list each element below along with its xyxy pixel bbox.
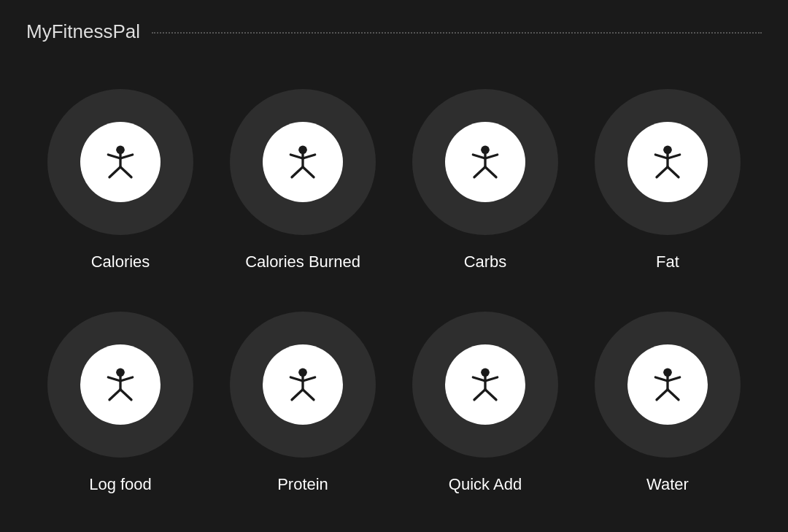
grid-item-protein[interactable]: Protein: [212, 299, 394, 507]
svg-line-35: [303, 389, 314, 399]
svg-point-0: [116, 146, 125, 155]
svg-point-6: [298, 146, 307, 155]
inner-circle-calories-burned: [263, 122, 343, 202]
outer-circle-carbs: [412, 89, 558, 235]
svg-point-30: [298, 368, 307, 377]
outer-circle-calories: [47, 89, 193, 235]
svg-line-40: [474, 389, 485, 399]
svg-line-3: [120, 155, 133, 158]
svg-line-20: [655, 155, 668, 158]
grid-item-calories[interactable]: Calories: [29, 77, 212, 285]
svg-line-10: [292, 167, 303, 177]
svg-line-39: [485, 377, 498, 381]
inner-circle-log-food: [80, 344, 161, 425]
grid-item-log-food[interactable]: Log food: [29, 299, 212, 507]
app-header: MyFitnessPal: [0, 0, 788, 55]
svg-point-42: [663, 368, 672, 377]
svg-line-4: [109, 167, 120, 177]
inner-circle-fat: [627, 122, 708, 202]
item-label-water: Water: [646, 475, 689, 494]
inner-circle-water: [627, 344, 708, 425]
svg-line-41: [485, 389, 496, 399]
item-label-fat: Fat: [656, 252, 679, 271]
svg-line-47: [668, 389, 679, 399]
outer-circle-calories-burned: [230, 89, 376, 235]
svg-line-28: [109, 389, 120, 399]
svg-line-32: [290, 377, 303, 381]
svg-line-38: [473, 377, 485, 381]
app-title: MyFitnessPal: [26, 20, 140, 43]
svg-point-12: [481, 146, 490, 155]
outer-circle-log-food: [47, 312, 193, 458]
inner-circle-quick-add: [445, 344, 525, 425]
outer-circle-water: [595, 312, 741, 458]
svg-line-16: [474, 167, 485, 177]
svg-line-9: [303, 155, 315, 158]
grid-item-fat[interactable]: Fat: [576, 77, 759, 285]
svg-line-21: [668, 155, 680, 158]
grid-item-water[interactable]: Water: [576, 299, 759, 507]
svg-line-27: [120, 377, 133, 381]
header-divider: [152, 32, 762, 34]
svg-point-36: [481, 368, 490, 377]
item-label-calories-burned: Calories Burned: [245, 252, 360, 271]
item-label-protein: Protein: [277, 475, 328, 494]
inner-circle-carbs: [445, 122, 525, 202]
svg-line-8: [290, 155, 303, 158]
item-label-carbs: Carbs: [464, 252, 507, 271]
svg-line-44: [655, 377, 668, 381]
inner-circle-calories: [80, 122, 161, 202]
grid-item-quick-add[interactable]: Quick Add: [394, 299, 576, 507]
svg-line-22: [657, 167, 668, 177]
grid-item-calories-burned[interactable]: Calories Burned: [212, 77, 394, 285]
svg-line-45: [668, 377, 680, 381]
grid-item-carbs[interactable]: Carbs: [394, 77, 576, 285]
svg-line-46: [657, 389, 668, 399]
svg-line-15: [485, 155, 498, 158]
svg-line-29: [120, 389, 131, 399]
svg-line-2: [108, 155, 120, 158]
svg-line-34: [292, 389, 303, 399]
outer-circle-fat: [595, 89, 741, 235]
shortcuts-grid: Calories Calories Burned: [0, 55, 788, 528]
item-label-quick-add: Quick Add: [449, 475, 522, 494]
svg-line-14: [473, 155, 485, 158]
svg-line-33: [303, 377, 315, 381]
svg-line-11: [303, 167, 314, 177]
outer-circle-protein: [230, 312, 376, 458]
svg-line-5: [120, 167, 131, 177]
item-label-calories: Calories: [91, 252, 150, 271]
item-label-log-food: Log food: [89, 475, 152, 494]
outer-circle-quick-add: [412, 312, 558, 458]
inner-circle-protein: [263, 344, 343, 425]
svg-line-26: [108, 377, 120, 381]
svg-point-18: [663, 146, 672, 155]
svg-line-23: [668, 167, 679, 177]
svg-point-24: [116, 368, 125, 377]
svg-line-17: [485, 167, 496, 177]
